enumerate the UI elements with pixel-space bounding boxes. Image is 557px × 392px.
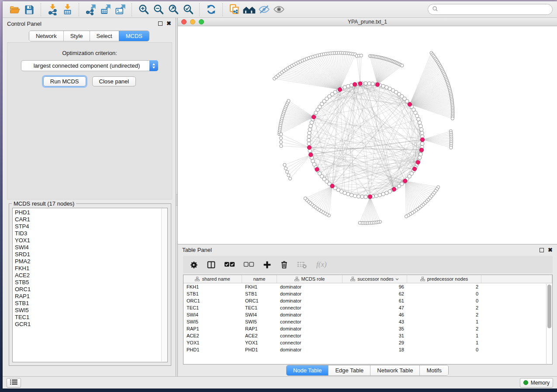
scrollbar-thumb[interactable] <box>547 285 551 328</box>
hide-selected-icon[interactable] <box>256 3 271 16</box>
table-cell[interactable]: 2 <box>407 284 481 289</box>
table-cell[interactable]: STB1 <box>183 291 242 296</box>
table-row[interactable]: SWI4SWI4dominator462 <box>183 311 552 318</box>
mcds-result-item[interactable]: YOX1 <box>15 237 167 244</box>
table-row[interactable]: ORC1ORC1dominator610 <box>183 297 552 304</box>
float-table-panel-button[interactable] <box>540 248 544 252</box>
table-cell[interactable]: TEC1 <box>242 305 277 310</box>
import-table-icon[interactable] <box>60 3 75 16</box>
table-cell[interactable]: ACE2 <box>183 333 242 338</box>
task-history-button[interactable] <box>7 378 21 388</box>
column-header-successor-nodes[interactable]: successor nodes <box>343 275 407 283</box>
table-cell[interactable]: PHD1 <box>183 347 242 352</box>
table-cell[interactable]: connector <box>277 333 343 338</box>
column-header-name[interactable]: name <box>242 275 277 283</box>
table-cell[interactable]: dominator <box>277 326 343 331</box>
optimization-criterion-select[interactable]: largest connected component (undirected) <box>21 60 158 71</box>
table-cell[interactable]: 61 <box>343 298 407 303</box>
table-cell[interactable]: 1 <box>407 319 481 324</box>
table-cell[interactable]: 96 <box>343 284 407 289</box>
close-panel-button[interactable]: ✖ <box>166 21 171 26</box>
search-box[interactable] <box>428 4 553 15</box>
table-cell[interactable]: 1 <box>407 333 481 338</box>
table-row[interactable]: ACE2ACE2connector311 <box>183 332 552 339</box>
column-header-MCDS-role[interactable]: MCDS role <box>277 275 343 283</box>
mcds-result-item[interactable]: GCR1 <box>15 321 167 328</box>
table-cell[interactable]: 46 <box>343 312 407 317</box>
first-neighbors-icon[interactable] <box>242 3 256 16</box>
tab-network-table[interactable]: Network Table <box>370 365 419 375</box>
memory-button[interactable]: Memory <box>520 378 553 388</box>
network-window-titlebar[interactable]: YPA_prune.txt_1 <box>178 18 557 26</box>
zoom-selected-icon[interactable] <box>180 3 195 16</box>
table-row[interactable]: PHD1PHD1dominator180 <box>183 346 552 353</box>
table-cell[interactable]: FKH1 <box>242 284 277 289</box>
table-cell[interactable]: 0 <box>407 347 481 352</box>
table-cell[interactable]: 29 <box>343 340 407 345</box>
table-cell[interactable]: 2 <box>407 312 481 317</box>
add-icon[interactable] <box>263 258 272 271</box>
table-cell[interactable]: STB1 <box>242 291 277 296</box>
table-row[interactable]: SWI5SWI5connector431 <box>183 318 552 325</box>
close-panel-button-2[interactable]: Close panel <box>92 76 136 86</box>
table-cell[interactable]: SWI5 <box>242 319 277 324</box>
table-cell[interactable]: connector <box>277 305 343 310</box>
table-cell[interactable]: dominator <box>277 347 343 352</box>
mcds-result-item[interactable]: RAP1 <box>15 293 167 300</box>
run-mcds-button[interactable]: Run MCDS <box>43 76 86 86</box>
tab-motifs[interactable]: Motifs <box>419 365 448 375</box>
table-row[interactable]: FKH1FKH1dominator962 <box>183 283 552 290</box>
mcds-result-item[interactable]: STP4 <box>15 223 167 230</box>
mcds-result-item[interactable]: SWI5 <box>15 307 167 314</box>
table-cell[interactable]: ORC1 <box>242 298 277 303</box>
table-row[interactable]: TEC1TEC1connector472 <box>183 304 552 311</box>
table-cell[interactable]: 2 <box>407 305 481 310</box>
table-cell[interactable]: TEC1 <box>183 305 242 310</box>
table-cell[interactable]: ORC1 <box>183 298 242 303</box>
mcds-result-item[interactable]: CAR1 <box>15 216 167 223</box>
table-cell[interactable]: connector <box>277 340 343 345</box>
import-network-icon[interactable] <box>45 3 60 16</box>
export-network-icon[interactable] <box>83 3 98 16</box>
table-cell[interactable]: dominator <box>277 312 343 317</box>
tab-style[interactable]: Style <box>63 31 90 41</box>
export-table-icon[interactable] <box>98 3 113 16</box>
mcds-result-item[interactable]: TID3 <box>15 230 167 237</box>
close-table-panel-button[interactable]: ✖ <box>548 248 553 252</box>
table-cell[interactable]: dominator <box>277 284 343 289</box>
mcds-result-item[interactable]: TEC1 <box>15 314 167 321</box>
table-row[interactable]: RAP1RAP1dominator352 <box>183 325 552 332</box>
table-cell[interactable]: dominator <box>277 298 343 303</box>
columns-icon[interactable] <box>207 258 216 271</box>
mcds-result-list[interactable]: PHD1CAR1STP4TID3YOX1SWI4SRD1PMA2FKH1ACE2… <box>12 208 168 362</box>
save-icon[interactable] <box>22 3 37 16</box>
table-cell[interactable]: dominator <box>277 291 343 296</box>
table-cell[interactable]: SWI4 <box>242 312 277 317</box>
table-cell[interactable]: SWI4 <box>183 312 242 317</box>
table-cell[interactable]: YOX1 <box>183 340 242 345</box>
list-scrollbar[interactable] <box>161 209 167 361</box>
table-cell[interactable]: 2 <box>407 326 481 331</box>
table-cell[interactable]: 47 <box>343 305 407 310</box>
delete-icon[interactable] <box>280 258 288 271</box>
table-cell[interactable]: FKH1 <box>183 284 242 289</box>
table-cell[interactable]: 43 <box>343 319 407 324</box>
table-cell[interactable]: connector <box>277 319 343 324</box>
settings-icon[interactable] <box>189 258 198 271</box>
table-cell[interactable]: 62 <box>343 291 407 296</box>
table-scrollbar[interactable] <box>546 284 552 364</box>
tab-network[interactable]: Network <box>29 31 63 41</box>
float-panel-button[interactable] <box>158 21 163 26</box>
column-header-predecessor-nodes[interactable]: predecessor nodes <box>407 275 481 283</box>
table-cell[interactable]: 18 <box>343 347 407 352</box>
zoom-in-icon[interactable] <box>136 3 151 16</box>
mcds-result-item[interactable]: FKH1 <box>15 265 167 272</box>
tab-select[interactable]: Select <box>90 31 119 41</box>
tab-mcds[interactable]: MCDS <box>119 31 149 41</box>
open-icon[interactable] <box>7 3 22 16</box>
tab-edge-table[interactable]: Edge Table <box>328 365 370 375</box>
zoom-out-icon[interactable] <box>151 3 166 16</box>
mcds-result-item[interactable]: PHD1 <box>15 209 167 216</box>
search-input[interactable] <box>440 7 548 13</box>
table-cell[interactable]: RAP1 <box>183 326 242 331</box>
